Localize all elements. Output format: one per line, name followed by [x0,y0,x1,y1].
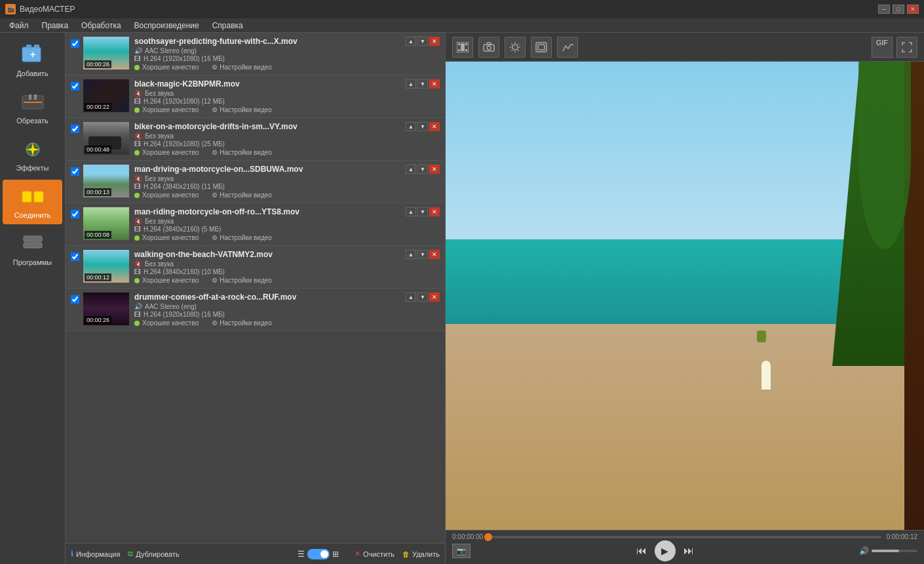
settings-link-1[interactable]: ⚙ Настройки видео [212,64,272,71]
file-quality-6: Хорошее качество ⚙ Настройки видео [134,277,403,284]
file-up-btn-2[interactable]: ▲ [406,79,416,89]
file-down-btn-7[interactable]: ▼ [417,292,428,302]
restore-btn[interactable]: □ [893,5,904,14]
sidebar-item-effects[interactable]: Эффекты [3,132,62,177]
timeline-thumb[interactable] [484,533,492,541]
filelist-scroll[interactable]: 00:00:26 soothsayer-predicting-future-wi… [66,33,445,543]
file-checkbox-1[interactable] [71,39,79,48]
sidebar-item-add[interactable]: + Добавить [3,38,62,83]
sidebar-item-cut[interactable]: Обрезать [3,85,62,130]
file-down-btn-4[interactable]: ▼ [417,165,428,174]
svg-text:+: + [29,49,35,60]
film-icon-2: 🎞 [134,98,141,105]
add-label: Добавить [16,70,48,77]
file-ctrl-row-3: ▲ ▼ ✕ [406,122,440,131]
close-btn[interactable]: ✕ [907,5,919,14]
file-checkbox-7[interactable] [71,295,79,304]
main-area: + Добавить Обрезать Эффекты Соединить [0,33,924,564]
join-label: Соединить [14,211,51,219]
svg-rect-21 [461,43,465,51]
menu-playback[interactable]: Воспроизведение [128,20,206,31]
file-up-btn-3[interactable]: ▲ [406,122,416,131]
clear-btn[interactable]: ✕ Очистить [355,550,395,558]
minimize-btn[interactable]: ─ [878,5,890,14]
menu-help[interactable]: Справка [206,20,250,31]
preview-tool-stabilize[interactable] [531,37,552,58]
menu-process[interactable]: Обработка [75,20,128,31]
volume-slider[interactable] [872,550,917,552]
timeline: 0:00:00:00 0:00:00:12 [452,533,917,540]
volume-icon[interactable]: 🔊 [859,546,869,555]
sidebar-item-programs[interactable]: Программы [3,227,62,272]
settings-link-3[interactable]: ⚙ Настройки видео [212,149,272,156]
preview-tool-fullscreen[interactable] [896,37,917,58]
file-quality-2: Хорошее качество ⚙ Настройки видео [134,106,403,113]
file-duration-3: 00:00:48 [85,146,111,153]
preview-tool-brightness[interactable] [505,37,526,58]
file-down-btn-2[interactable]: ▼ [417,79,428,89]
settings-link-5[interactable]: ⚙ Настройки видео [212,234,272,241]
file-thumb-2: 00:00:22 [83,79,129,112]
preview-area: GIF [446,33,924,564]
quality-dot-1 [134,65,140,70]
file-down-btn-3[interactable]: ▼ [417,122,428,131]
settings-link-4[interactable]: ⚙ Настройки видео [212,191,272,199]
settings-link-7[interactable]: ⚙ Настройки видео [212,319,272,327]
gif-btn[interactable]: GIF [872,37,893,58]
list-icon: ☰ [298,550,305,559]
play-btn[interactable]: ▶ [655,540,676,561]
file-up-btn-7[interactable]: ▲ [406,292,416,302]
file-video-3: 🎞 H.264 (1920x1080) (25 МБ) [134,140,403,148]
file-checkbox-2[interactable] [71,82,79,91]
file-close-btn-6[interactable]: ✕ [429,250,440,259]
dub-btn[interactable]: ⧉ Дублировать [128,550,179,558]
svg-point-23 [487,46,491,50]
sidebar-item-join[interactable]: Соединить [3,180,62,224]
file-checkbox-3[interactable] [71,125,79,133]
info-btn[interactable]: ℹ Информация [71,550,120,558]
programs-icon [20,232,46,256]
svg-line-30 [512,43,513,45]
time-start: 0:00:00:00 [452,533,483,540]
file-down-btn-6[interactable]: ▼ [417,250,428,259]
preview-controls: 0:00:00:00 0:00:00:12 📷 ⏮ ▶ ⏭ 🔊 [446,530,924,564]
menu-file[interactable]: Файл [3,20,35,31]
preview-tool-film[interactable] [452,37,473,58]
film-icon-3: 🎞 [134,140,141,148]
file-controls-1: ▲ ▼ ✕ [406,37,440,46]
next-btn[interactable]: ⏭ [681,545,697,557]
file-close-btn-5[interactable]: ✕ [429,207,440,216]
audio-icon-1: 🔊 [134,47,142,54]
file-checkbox-6[interactable] [71,252,79,261]
prev-btn[interactable]: ⏮ [634,545,649,557]
file-close-btn-4[interactable]: ✕ [429,165,440,174]
file-close-btn-1[interactable]: ✕ [429,37,440,46]
file-up-btn-6[interactable]: ▲ [406,250,416,259]
file-ctrl-row-7: ▲ ▼ ✕ [406,292,440,302]
file-close-btn-3[interactable]: ✕ [429,122,440,131]
view-toggle[interactable]: ☰ ⊞ [298,549,339,559]
file-up-btn-1[interactable]: ▲ [406,37,416,46]
file-down-btn-5[interactable]: ▼ [417,207,428,216]
menu-edit[interactable]: Правка [35,20,75,31]
delete-btn[interactable]: 🗑 Удалить [402,550,440,558]
file-close-btn-2[interactable]: ✕ [429,79,440,89]
file-audio-5: 🔇 Без звука [134,218,403,225]
preview-tool-camera[interactable] [478,37,499,58]
file-quality-5: Хорошее качество ⚙ Настройки видео [134,234,403,241]
file-close-btn-7[interactable]: ✕ [429,292,440,302]
file-video-6: 🎞 H.264 (3840x2160) (10 МБ) [134,268,403,275]
settings-link-6[interactable]: ⚙ Настройки видео [212,277,272,284]
timeline-bar[interactable] [488,536,881,538]
snapshot-btn[interactable]: 📷 [452,544,471,558]
preview-tool-speed[interactable] [557,37,578,58]
file-up-btn-4[interactable]: ▲ [406,165,416,174]
filelist-area: 00:00:26 soothsayer-predicting-future-wi… [66,33,446,564]
file-up-btn-5[interactable]: ▲ [406,207,416,216]
file-checkbox-4[interactable] [71,167,79,176]
clear-icon: ✕ [355,550,360,558]
file-down-btn-1[interactable]: ▼ [417,37,428,46]
file-checkbox-5[interactable] [71,210,79,218]
settings-link-2[interactable]: ⚙ Настройки видео [212,106,272,113]
add-icon: + [20,43,46,67]
